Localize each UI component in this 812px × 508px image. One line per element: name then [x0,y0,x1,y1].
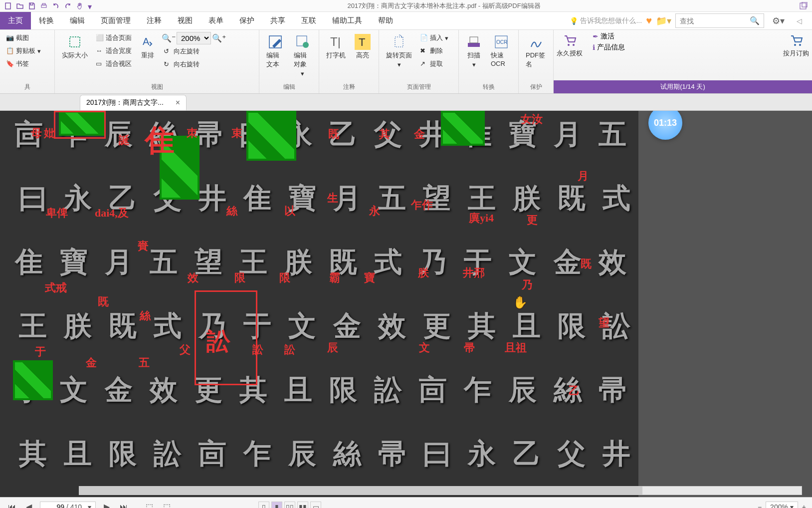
close-tab-icon[interactable]: × [176,98,180,107]
folder-icon[interactable]: 📁▾ [656,15,671,26]
insert-icon: 📄 [420,34,428,42]
activate-button[interactable]: ✒激活 [593,32,614,41]
red-annotation: 金 [86,355,97,370]
rotate-page-button[interactable]: 旋转页面▾ [383,32,415,70]
red-annotation: 月 [578,169,589,184]
product-info-button[interactable]: ℹ产品信息 [593,43,625,52]
next-page-button[interactable]: ▶ [102,500,112,508]
cart2-icon [788,32,804,48]
redo-icon[interactable] [64,2,72,10]
hand-tool-icon[interactable] [76,2,84,10]
first-page-button[interactable]: ⏮ [6,501,18,508]
document-tab[interactable]: 2017刘翔：商周古文字... × [80,95,187,110]
forward-view-button[interactable]: ⬚ [161,500,173,508]
screenshot-button[interactable]: 📷截图 [4,32,43,44]
facing-view[interactable]: ▯▯ [284,502,295,508]
zoom-select[interactable]: 200% [177,32,211,44]
rubbing-glyph: 井 [603,435,630,473]
tab-view[interactable]: 视图 [170,12,201,29]
perpetual-license-button[interactable]: 永久授权 [554,30,586,80]
edit-object-button[interactable]: 编辑对象▾ [291,32,315,79]
print-icon[interactable] [40,2,48,10]
rubbing-glyph: 金 [105,371,133,409]
tab-edit[interactable]: 编辑 [62,12,93,29]
tab-convert[interactable]: 转换 [31,12,62,29]
rubbing-glyph: 㐭 [419,371,447,409]
ribbon-group-protect: PDF签名 保护 [519,30,554,93]
document-viewport[interactable]: 01:13 㐭曰隹王于其乍永寶朕文且辰乙月既金限絲父五式效訟帚井望乃更㐭曰隹王于… [0,111,812,497]
bookmark-button[interactable]: 🔖书签 [4,58,43,70]
rotate-right-button[interactable]: ↻向右旋转 [162,58,226,70]
tab-page-mgmt[interactable]: 页面管理 [93,12,139,29]
tab-protect[interactable]: 保护 [231,12,262,29]
monthly-subscribe-button[interactable]: 按月订购 [780,30,812,80]
delete-button[interactable]: ✖删除 [418,45,450,57]
quick-ocr-button[interactable]: OCR 快速OCR [488,32,514,69]
search-button[interactable]: 🔍 [746,14,764,27]
typewriter-button[interactable]: T| 打字机 [323,32,349,62]
group-label-edit: 编辑 [263,82,315,91]
page-dropdown-icon[interactable]: ▾ [88,503,91,508]
rotate-left-button[interactable]: ↺向左旋转 [162,45,226,57]
prev-page-button[interactable]: ◀ [24,500,34,508]
rubbing-glyph: 式 [603,180,630,218]
horizontal-scrollbar[interactable] [79,486,802,495]
new-doc-icon[interactable] [4,2,12,10]
pdf-sign-button[interactable]: PDF签名 [523,32,549,71]
actual-size-button[interactable]: 实际大小 [59,32,91,62]
rubbing-glyph: 文 [288,307,316,345]
bulb-icon: 💡 [570,17,578,25]
continuous-view[interactable]: ▮ [271,502,282,508]
collapse-ribbon-icon[interactable]: ◁ [793,17,806,25]
highlight-button[interactable]: T 高亮 [352,32,374,62]
heart-icon[interactable]: ♥ [646,15,652,26]
tab-accessibility[interactable]: 辅助工具 [324,12,370,29]
fit-width-button[interactable]: ↔适合宽度 [94,45,134,57]
svg-text:OCR: OCR [496,39,507,45]
settings-gear-icon[interactable]: ⚙▾ [768,15,789,26]
rubbing-glyph: 金 [554,244,582,281]
insert-button[interactable]: 📄插入▾ [418,32,450,44]
zoom-in-button[interactable]: + [802,503,806,508]
fit-page-button[interactable]: ⬜适合页面 [94,32,134,44]
zoom-out-button[interactable]: − [758,503,762,508]
reflow-button[interactable]: A 重排 [137,32,159,62]
back-view-button[interactable]: ⬚ [144,500,155,508]
continuous-facing-view[interactable]: ▮▮ [297,502,308,508]
zoom-display[interactable]: 200% ▾ [766,502,798,508]
separate-cover-view[interactable]: ▭ [310,502,321,508]
red-annotation: 帚 [464,340,475,355]
tell-me-search[interactable]: 💡 告诉我您想做什么... [570,16,642,25]
tab-connect[interactable]: 互联 [293,12,324,29]
rubbing-glyph: 朕 [513,180,541,218]
edit-text-button[interactable]: 编辑文本 [263,32,288,71]
tab-share[interactable]: 共享 [262,12,293,29]
open-doc-icon[interactable] [16,2,24,10]
page-input[interactable] [44,503,64,508]
red-annotation: 朕 [418,265,429,280]
extract-button[interactable]: ↗提取 [418,58,450,70]
svg-point-20 [799,44,801,46]
rubbing-glyph: 限 [558,307,586,345]
last-page-button[interactable]: ⏭ [118,501,130,508]
single-page-view[interactable]: ▯ [258,502,269,508]
undo-icon[interactable] [52,2,60,10]
highlight-icon: T [355,34,371,50]
red-annotation: 乃 [522,277,533,292]
scrollbar-thumb[interactable] [79,487,642,495]
svg-rect-13 [468,43,480,47]
tab-help[interactable]: 帮助 [370,12,401,29]
red-annotation: 卑俾 [46,206,68,221]
rubbing-glyph: 辰 [288,435,316,473]
zoom-in-icon[interactable]: 🔍⁺ [212,33,226,43]
tab-home[interactable]: 主页 [0,12,31,29]
tab-comment[interactable]: 注释 [139,12,170,29]
search-input[interactable] [676,15,746,27]
save-icon[interactable] [28,2,36,10]
zoom-out-icon[interactable]: 🔍⁻ [162,33,176,43]
clipboard-button[interactable]: 📋剪贴板▾ [4,45,43,57]
dropdown-icon[interactable]: ▾ [88,2,96,10]
fit-visible-button[interactable]: ▭适合视区 [94,58,134,70]
scan-button[interactable]: 扫描▾ [463,32,485,70]
tab-form[interactable]: 表单 [201,12,231,29]
